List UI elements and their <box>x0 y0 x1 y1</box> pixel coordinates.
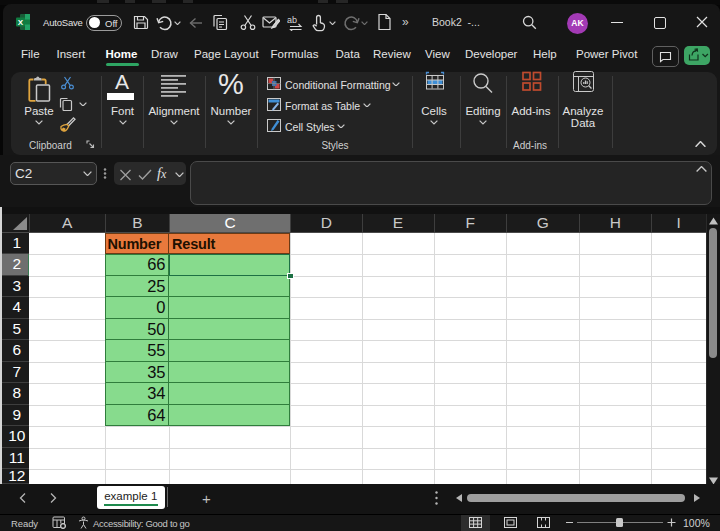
svg-text:ab: ab <box>287 15 297 25</box>
svg-text:X: X <box>18 18 24 27</box>
